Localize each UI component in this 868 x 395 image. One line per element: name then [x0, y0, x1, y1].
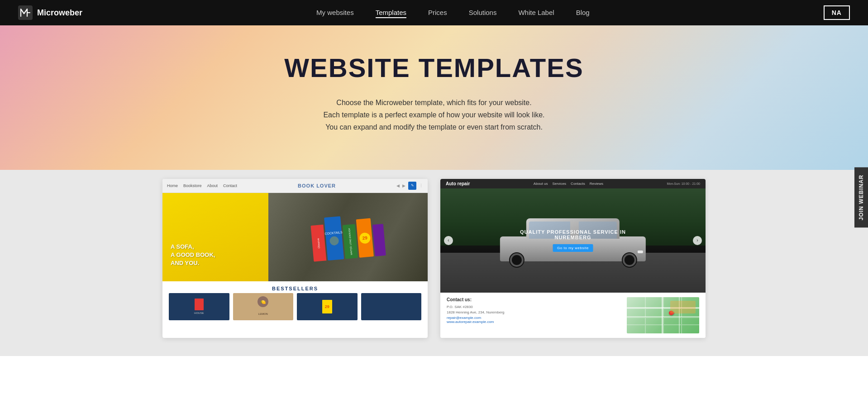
brand-logo[interactable]: Microweber [18, 5, 82, 20]
bestsellers-row: HOUSE 🍋 LEMON 29 [169, 293, 421, 320]
auto-nav-services: Services [552, 182, 566, 186]
map-road-v2 [663, 297, 664, 333]
browser-icon-3: ✎ [408, 182, 416, 190]
nav-solutions[interactable]: Solutions [469, 9, 497, 16]
browser-icon-4: ⋮ [419, 183, 423, 188]
book-bestsellers: BESTSELLERS HOUSE 🍋 LEMON [162, 281, 428, 325]
auto-hours: Mon-Sun: 10:00 - 21:00 [667, 182, 700, 185]
auto-car-bg: QUALITY PROFESSIONAL SERVICE IN NUREMBER… [440, 188, 706, 293]
browser-bar: Home Bookstore About Contact BOOK LOVER … [162, 179, 428, 193]
browser-icon-1: ◀ [396, 183, 400, 188]
contact-street: 1828 Henning Ave, 234, Nuremberg [447, 310, 622, 314]
auto-nav-about: About us [534, 182, 548, 186]
join-webinar-button[interactable]: JOIN WEBINAR [854, 168, 868, 228]
book-hero-text: A SOFA, A GOOD BOOK, AND YOU. [171, 243, 215, 268]
auto-logo: Auto repair [446, 181, 470, 186]
navbar: Microweber My websites Templates Prices … [0, 0, 868, 25]
auto-nav-contacts: Contacts [571, 182, 585, 186]
template-card-book-lover[interactable]: Home Bookstore About Contact BOOK LOVER … [162, 179, 428, 338]
book2: COCKTAILS [324, 216, 344, 260]
book-hero-image: A SOFA, A GOOD BOOK, AND YOU. Observe [162, 193, 428, 281]
auto-hero-overlay: QUALITY PROFESSIONAL SERVICE IN NUREMBER… [507, 229, 639, 252]
map-road-v1 [645, 297, 646, 333]
contact-title: Contact us: [447, 297, 622, 302]
contact-map [627, 297, 699, 333]
template-card-auto-repair[interactable]: Auto repair About us Services Contacts R… [440, 179, 706, 338]
book-nav-home: Home [167, 183, 178, 188]
bestseller-item-2: 🍋 LEMON [233, 293, 294, 320]
book5 [372, 224, 386, 256]
book-sofa-bg: A SOFA, A GOOD BOOK, AND YOU. [162, 193, 274, 281]
hero-section: WEBSITE TEMPLATES Choose the Microweber … [0, 25, 868, 170]
hero-title: WEBSITE TEMPLATES [9, 53, 859, 83]
auto-hero-title: QUALITY PROFESSIONAL SERVICE IN NUREMBER… [507, 229, 639, 240]
browser-icon-2: ▶ [402, 183, 405, 188]
book-nav-bookstore: Bookstore [183, 183, 202, 188]
bestseller-item-1: HOUSE [169, 293, 229, 320]
nav-templates[interactable]: Templates [376, 9, 406, 18]
nav-my-websites[interactable]: My websites [316, 9, 354, 16]
contact-address: P.O. SAK #2830 [447, 305, 622, 309]
nav-prices[interactable]: Prices [428, 9, 447, 16]
map-highlight [670, 301, 696, 313]
book-nav-links: Home Bookstore About Contact [167, 183, 237, 188]
book-nav-about: About [207, 183, 218, 188]
svg-rect-0 [18, 5, 33, 20]
nav-links: My websites Templates Prices Solutions W… [316, 9, 590, 17]
auto-nav-links: About us Services Contacts Reviews [534, 182, 603, 186]
account-button[interactable]: NA [824, 5, 850, 20]
auto-hero-image: QUALITY PROFESSIONAL SERVICE IN NUREMBER… [440, 188, 706, 293]
book-logo: BOOK LOVER [298, 183, 336, 188]
book4: 29 [356, 218, 374, 257]
book-pile-area: Observe COCKTAILS WAITED. LONG ENOUGH 29 [268, 193, 428, 281]
auto-cta-button[interactable]: Go to my website [553, 244, 593, 252]
brand-name: Microweber [37, 8, 82, 18]
bestseller-item-3: 29 [297, 293, 358, 320]
contact-web: www.autorepair.example.com [447, 320, 622, 324]
templates-section: Home Bookstore About Contact BOOK LOVER … [0, 170, 868, 356]
bestsellers-title: BESTSELLERS [169, 286, 421, 291]
nav-blog[interactable]: Blog [576, 9, 590, 16]
book-nav-contact: Contact [223, 183, 237, 188]
templates-grid: Home Bookstore About Contact BOOK LOVER … [162, 179, 706, 338]
book1: Observe [311, 224, 327, 261]
book3: WAITED. LONG ENOUGH [343, 224, 358, 259]
contact-info: Contact us: P.O. SAK #2830 1828 Henning … [447, 297, 622, 333]
map-street-v1 [662, 297, 663, 333]
hero-subtitle-line3: You can expand and modify the template o… [321, 121, 547, 133]
contact-email: repair@example.com [447, 316, 622, 320]
map-street-h2 [627, 316, 699, 317]
nav-white-label[interactable]: White Label [518, 9, 554, 16]
hero-subtitle: Choose the Microweber template, which fi… [321, 96, 547, 134]
auto-contact-section: Contact us: P.O. SAK #2830 1828 Henning … [440, 293, 706, 338]
hero-subtitle-line1: Choose the Microweber template, which fi… [321, 96, 547, 109]
auto-nav: Auto repair About us Services Contacts R… [440, 179, 706, 188]
auto-nav-reviews: Reviews [590, 182, 603, 186]
hero-subtitle-line2: Each template is a perfect example of ho… [321, 109, 547, 121]
bestseller-item-4 [361, 293, 422, 320]
